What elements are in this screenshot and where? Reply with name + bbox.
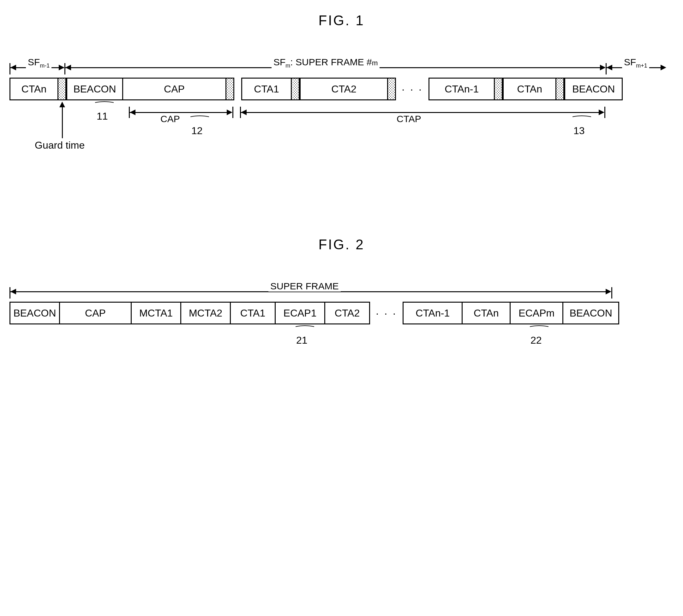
cell2-beacon1: BEACON <box>9 302 60 324</box>
cell2-ctan-1: CTAn-1 <box>403 302 463 324</box>
cell2-cta1: CTA1 <box>230 302 276 324</box>
fig1: SFm-1 SFmSFₘ: SUPER FRAME #m: SUPER FRAM… <box>9 60 674 174</box>
ref-21: 21 <box>296 334 307 346</box>
ref-11: 11 <box>97 110 108 122</box>
fig1-title: FIG. 1 <box>9 13 674 28</box>
cell2-beacon2: BEACON <box>562 302 619 324</box>
cell-beacon2: BEACON <box>564 78 623 100</box>
cell2-ecapm: ECAPm <box>510 302 563 324</box>
cell-cap: CAP <box>122 78 227 100</box>
fig1-top-dims: SFm-1 SFmSFₘ: SUPER FRAME #m: SUPER FRAM… <box>9 60 674 76</box>
cell2-ctan: CTAn <box>462 302 511 324</box>
fig2-row: BEACON CAP MCTA1 MCTA2 CTA1 ECAP1 CTA2 ·… <box>9 302 619 324</box>
cell2-cta2: CTA2 <box>324 302 370 324</box>
guard-4 <box>387 78 396 100</box>
guard-6 <box>555 78 564 100</box>
dots-1: · · · <box>396 78 428 100</box>
guard-2 <box>226 78 234 100</box>
ref-12: 12 <box>191 125 203 137</box>
cell-cta2: CTA2 <box>300 78 388 100</box>
cell-beacon1: BEACON <box>66 78 123 100</box>
fig2: SUPER FRAME BEACON CAP MCTA1 MCTA2 CTA1 … <box>9 284 674 372</box>
cell2-mcta2: MCTA2 <box>180 302 231 324</box>
guard-time-label: Guard time <box>35 139 85 151</box>
cell2-ecap1: ECAP1 <box>275 302 325 324</box>
dots-2: · · · <box>370 302 403 324</box>
cell-cta1: CTA1 <box>241 78 292 100</box>
guard-3 <box>291 78 300 100</box>
fig1-row: CTAn BEACON CAP CTA1 CTA2 · · · CTAn-1 C… <box>9 78 623 100</box>
sf-next-label: SFm+1 <box>622 57 649 69</box>
fig2-top-dims: SUPER FRAME <box>9 284 674 300</box>
ref-13: 13 <box>573 125 585 137</box>
cell2-mcta1: MCTA1 <box>131 302 181 324</box>
guard-5 <box>494 78 503 100</box>
superframe-label: SUPER FRAME <box>269 281 341 292</box>
cell-ctan-1: CTAn-1 <box>428 78 495 100</box>
sf-prev-label: SFm-1 <box>26 57 51 69</box>
cap-dim-label: CAP <box>158 114 182 124</box>
fig2-title: FIG. 2 <box>9 237 674 252</box>
ref-22: 22 <box>531 334 542 346</box>
sf-main-label: SFmSFₘ: SUPER FRAME #m: SUPER FRAME #m <box>272 57 380 69</box>
ctap-dim-label: CTAP <box>395 114 423 124</box>
cell-ctan-prev: CTAn <box>9 78 59 100</box>
cell-ctan: CTAn <box>503 78 556 100</box>
guard-1 <box>58 78 66 100</box>
cell2-cap: CAP <box>59 302 132 324</box>
